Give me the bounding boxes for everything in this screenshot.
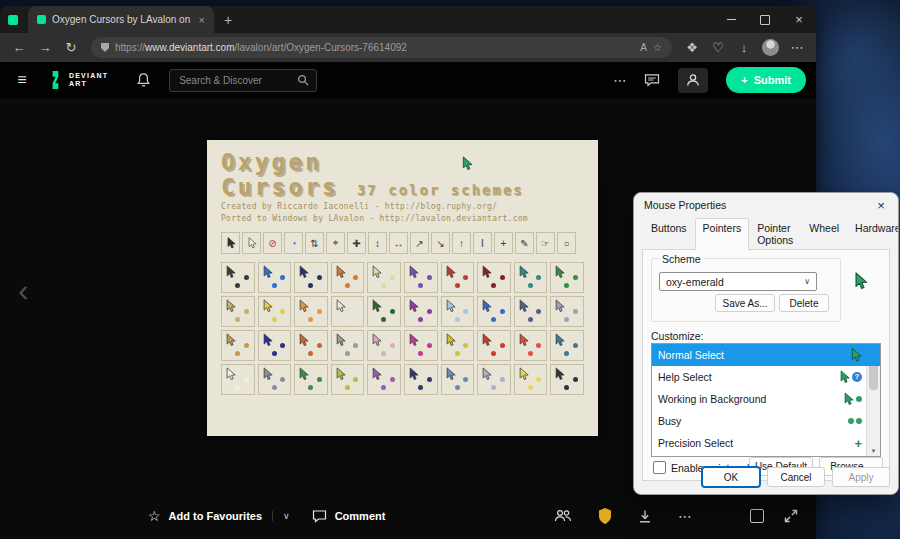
- search-icon: [297, 74, 309, 86]
- close-window-button[interactable]: ×: [782, 6, 816, 33]
- artwork-title-line2: Cursors: [221, 175, 339, 200]
- tab-title: Oxygen Cursors by LAvalon on: [52, 14, 193, 25]
- site-security-icon[interactable]: [101, 43, 109, 52]
- new-tab-button[interactable]: +: [224, 12, 232, 28]
- pointer-list-item[interactable]: Normal Select: [652, 344, 880, 366]
- artwork-title-line1: Oxygen: [221, 150, 584, 175]
- pointer-list-item[interactable]: Busy: [652, 410, 880, 432]
- circle-cursor-icon: ○: [557, 232, 576, 254]
- cursor-swatch: [367, 330, 401, 361]
- chat-icon[interactable]: [644, 73, 660, 87]
- submit-button[interactable]: +Submit: [726, 67, 806, 93]
- resize-nwse-cursor-icon: ↘: [431, 232, 450, 254]
- maximize-icon: [760, 15, 770, 25]
- cursor-swatch: [221, 296, 255, 327]
- cursor-swatch: [367, 262, 401, 293]
- search-box[interactable]: [169, 69, 317, 92]
- resize-vertical-cursor-icon: ↕: [368, 232, 387, 254]
- search-input[interactable]: [177, 74, 292, 87]
- downloads-icon[interactable]: ↓: [732, 36, 756, 60]
- header-more-icon[interactable]: ⋯: [613, 73, 626, 88]
- artwork-image[interactable]: Oxygen Cursors 37 color schemes Created …: [207, 140, 598, 436]
- forward-button[interactable]: →: [33, 36, 57, 60]
- dialog-tab-pointers[interactable]: Pointers: [695, 218, 750, 250]
- favorites-star-icon[interactable]: ☆: [653, 42, 662, 53]
- cancel-button[interactable]: Cancel: [767, 467, 825, 487]
- previous-deviation-chevron[interactable]: ‹: [18, 274, 29, 306]
- cursor-swatch: [331, 262, 365, 293]
- dialog-tab-hardware[interactable]: Hardware: [847, 218, 899, 250]
- comment-bubble-icon: [312, 509, 327, 523]
- arrow-outline-cursor-icon: [242, 232, 261, 254]
- cursor-swatch: [441, 262, 475, 293]
- precision-select-cursor-icon: +: [854, 436, 862, 451]
- action-bar-right-cluster: ⋯: [554, 508, 692, 524]
- ok-button[interactable]: OK: [702, 467, 760, 487]
- apply-button[interactable]: Apply: [832, 467, 890, 487]
- unavailable-cursor-icon: ⊘: [263, 232, 282, 254]
- working-select-cursor-icon: [843, 392, 862, 406]
- add-to-favourites-button[interactable]: Add to Favourites: [169, 510, 263, 522]
- scheme-value: oxy-emerald: [666, 276, 724, 288]
- dialog-tab-pointer-options[interactable]: Pointer Options: [749, 218, 801, 250]
- browser-tab[interactable]: Oxygen Cursors by LAvalon on ×: [28, 6, 214, 33]
- comment-button[interactable]: Comment: [312, 509, 386, 523]
- back-button[interactable]: ←: [7, 36, 31, 60]
- hand-cursor-icon: ☞: [536, 232, 555, 254]
- favourite-star-icon[interactable]: ☆: [148, 508, 161, 524]
- dialog-tab-wheel[interactable]: Wheel: [801, 218, 847, 250]
- minimize-button[interactable]: [714, 6, 748, 33]
- badge-icon[interactable]: [598, 508, 612, 524]
- maximize-button[interactable]: [748, 6, 782, 33]
- profile-button[interactable]: [678, 68, 708, 93]
- browser-nav-bar: ← → ↻ https://www.deviantart.com/lavalon…: [0, 33, 816, 62]
- plus-icon: +: [741, 74, 747, 86]
- read-aloud-icon[interactable]: A: [640, 42, 647, 53]
- mouse-properties-dialog[interactable]: Mouse Properties × ButtonsPointersPointe…: [633, 192, 899, 495]
- browser-menu-icon[interactable]: ⋯: [785, 36, 809, 60]
- menu-hamburger-icon[interactable]: ≡: [10, 71, 34, 89]
- person-icon: [686, 73, 700, 87]
- dialog-close-icon[interactable]: ×: [864, 198, 898, 213]
- deviation-more-icon[interactable]: ⋯: [678, 508, 692, 524]
- save-as-button[interactable]: Save As...: [715, 294, 775, 312]
- delete-button[interactable]: Delete: [779, 294, 829, 312]
- customize-label: Customize:: [651, 330, 704, 342]
- refresh-button[interactable]: ↻: [59, 36, 83, 60]
- pen-cursor-icon: ✎: [515, 232, 534, 254]
- favourites-chevron-down-icon[interactable]: ∨: [272, 511, 290, 521]
- extensions-icon[interactable]: ❖: [680, 36, 704, 60]
- resize-horizontal-cursor-icon: ↔: [389, 232, 408, 254]
- address-bar[interactable]: https://www.deviantart.com/lavalon/art/O…: [91, 37, 672, 58]
- pointer-list[interactable]: ▲ ▼ Normal SelectHelp Select?Working in …: [651, 343, 881, 457]
- dialog-tab-buttons[interactable]: Buttons: [643, 218, 695, 250]
- notifications-bell-icon[interactable]: [136, 72, 151, 88]
- theater-mode-icon[interactable]: [750, 509, 764, 523]
- pointer-list-item[interactable]: Working in Background: [652, 388, 880, 410]
- cursor-swatch: [221, 330, 255, 361]
- pointer-list-item[interactable]: Help Select?: [652, 366, 880, 388]
- fullscreen-expand-icon[interactable]: [784, 509, 798, 523]
- cursor-swatch: [514, 262, 548, 293]
- pointer-list-item[interactable]: Precision Select+: [652, 432, 880, 454]
- download-icon[interactable]: [638, 509, 652, 524]
- deviantart-logo[interactable]: DEVIANTART: [46, 71, 108, 89]
- cursor-swatch: [477, 296, 511, 327]
- cursor-grid: [221, 262, 584, 395]
- share-people-icon[interactable]: [554, 509, 572, 523]
- help-select-cursor-icon: ?: [839, 370, 862, 384]
- tab-close-icon[interactable]: ×: [199, 14, 205, 26]
- scheme-label: Scheme: [659, 253, 704, 265]
- up-arrow-cursor-icon: ↑: [452, 232, 471, 254]
- workspace-icon[interactable]: [8, 15, 18, 25]
- browser-profile-avatar[interactable]: [762, 39, 779, 56]
- arrow-cursor-icon: [221, 232, 240, 254]
- scheme-select[interactable]: oxy-emerald ∨: [659, 272, 817, 291]
- browser-essentials-icon[interactable]: ♡: [706, 36, 730, 60]
- move-cursor-icon: ✚: [347, 232, 366, 254]
- action-bar-far-cluster: [750, 509, 798, 523]
- cursor-swatch: [550, 364, 584, 395]
- cursor-swatch: [331, 364, 365, 395]
- dialog-title-bar: Mouse Properties ×: [634, 193, 898, 217]
- checkbox-box[interactable]: [653, 461, 666, 474]
